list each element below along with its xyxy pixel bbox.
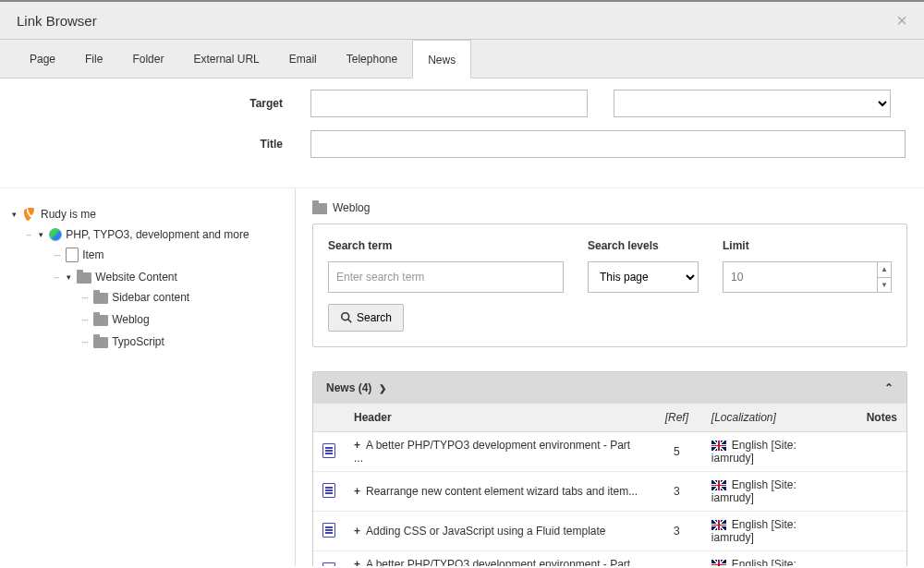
row-title[interactable]: A better PHP/TYPO3 development environme… (354, 439, 630, 465)
plus-icon[interactable]: + (354, 439, 360, 452)
tree-toggle-icon[interactable]: ▾ (9, 210, 18, 219)
news-table: Header [Ref] [Localization] Notes +A bet… (313, 404, 906, 566)
tab-news[interactable]: News (412, 40, 471, 79)
panel-title: News (4) (326, 381, 371, 394)
row-title[interactable]: Rearrange new content element wizard tab… (366, 485, 638, 498)
flag-uk-icon (711, 480, 726, 490)
tree-website-content-label[interactable]: Website Content (95, 271, 177, 284)
tab-folder[interactable]: Folder (117, 40, 178, 78)
table-row[interactable]: +Adding CSS or JavaScript using a Fluid … (313, 512, 906, 551)
news-panel-header[interactable]: News (4) ❯ ⌃ (313, 372, 906, 404)
tree-weblog-label[interactable]: Weblog (112, 313, 149, 326)
news-icon (322, 483, 335, 498)
plus-icon[interactable]: + (354, 525, 360, 538)
tab-page[interactable]: Page (15, 40, 70, 78)
search-term-input[interactable] (328, 261, 564, 293)
tree-root-label[interactable]: Rudy is me (41, 208, 96, 221)
page-icon (66, 248, 79, 262)
tree-site-label[interactable]: PHP, TYPO3, development and more (66, 228, 249, 241)
breadcrumb-label: Weblog (333, 201, 370, 214)
tree-typoscript-label[interactable]: TypoScript (112, 335, 164, 348)
target-label: Target (17, 97, 310, 110)
tree-line-icon: ··· (26, 230, 30, 240)
plus-icon[interactable]: + (354, 485, 360, 498)
th-header[interactable]: Header (345, 404, 651, 432)
title-input[interactable] (310, 130, 906, 158)
folder-icon (93, 337, 108, 348)
tab-telephone[interactable]: Telephone (332, 40, 412, 78)
title-label: Title (17, 138, 310, 151)
row-title[interactable]: A better PHP/TYPO3 development environme… (354, 558, 630, 566)
folder-icon (77, 272, 91, 284)
row-ref: 4 (651, 551, 702, 567)
close-icon[interactable]: × (896, 11, 907, 30)
limit-label: Limit (723, 239, 892, 252)
search-levels-label: Search levels (588, 239, 699, 252)
news-icon (322, 443, 335, 458)
typo3-icon (22, 207, 37, 222)
row-title[interactable]: Adding CSS or JavaScript using a Fluid t… (366, 525, 605, 538)
limit-input[interactable] (723, 261, 877, 293)
tree-line-icon: ···· (81, 315, 88, 325)
folder-icon (93, 315, 108, 326)
tree-toggle-icon[interactable]: ▾ (64, 272, 73, 282)
tree-toggle-icon[interactable]: ▾ (36, 230, 45, 239)
row-ref: 3 (651, 512, 702, 551)
flag-uk-icon (711, 560, 726, 566)
tree-sidebar-content-label[interactable]: Sidebar content (112, 291, 189, 304)
plus-icon[interactable]: + (354, 558, 360, 566)
th-loc[interactable]: [Localization] (702, 404, 851, 432)
globe-icon (49, 228, 62, 241)
page-tree: ▾ Rudy is me ··· ▾ (0, 188, 296, 566)
news-panel: News (4) ❯ ⌃ Header [Ref] [Localization]… (312, 371, 907, 566)
target-input[interactable] (310, 90, 588, 117)
tree-line-icon: ···· (54, 250, 60, 260)
svg-line-1 (348, 320, 352, 323)
news-icon (322, 523, 335, 538)
limit-down-icon[interactable]: ▼ (878, 278, 891, 293)
tree-line-icon: ···· (81, 337, 88, 347)
news-icon (322, 562, 335, 567)
window-title: Link Browser (17, 13, 97, 29)
tab-external-url[interactable]: External URL (178, 40, 274, 78)
search-box: Search term Search levels This page Limi… (312, 224, 907, 347)
flag-uk-icon (711, 520, 726, 530)
table-row[interactable]: +Rearrange new content element wizard ta… (313, 472, 906, 512)
search-button-label: Search (357, 311, 392, 324)
tree-item-label[interactable]: Item (82, 248, 103, 261)
search-button[interactable]: Search (328, 304, 404, 332)
limit-up-icon[interactable]: ▲ (878, 262, 891, 278)
search-levels-select[interactable]: This page (588, 261, 699, 293)
table-row[interactable]: +A better PHP/TYPO3 development environm… (313, 432, 906, 472)
th-icon (313, 404, 345, 432)
th-ref[interactable]: [Ref] (651, 404, 702, 432)
tree-line-icon: ···· (81, 293, 88, 303)
search-icon (340, 311, 353, 324)
folder-icon (312, 203, 327, 214)
folder-icon (93, 293, 108, 304)
chevron-up-icon[interactable]: ⌃ (884, 381, 894, 394)
link-form: Target Title (0, 79, 924, 188)
tab-email[interactable]: Email (274, 40, 332, 78)
content-pane: Weblog Search term Search levels This pa… (296, 188, 924, 566)
tabbar: Page File Folder External URL Email Tele… (0, 40, 924, 79)
table-row[interactable]: +A better PHP/TYPO3 development environm… (313, 551, 906, 567)
row-ref: 5 (651, 432, 702, 472)
row-ref: 3 (651, 472, 702, 512)
th-notes[interactable]: Notes (851, 404, 906, 432)
svg-point-0 (342, 313, 349, 320)
titlebar: Link Browser × (0, 2, 924, 40)
target-frame-select[interactable] (614, 90, 891, 117)
search-term-label: Search term (328, 239, 564, 252)
chevron-right-icon: ❯ (379, 383, 386, 393)
tree-line-icon: ··· (54, 272, 58, 283)
tab-file[interactable]: File (70, 40, 117, 78)
flag-uk-icon (711, 441, 726, 451)
